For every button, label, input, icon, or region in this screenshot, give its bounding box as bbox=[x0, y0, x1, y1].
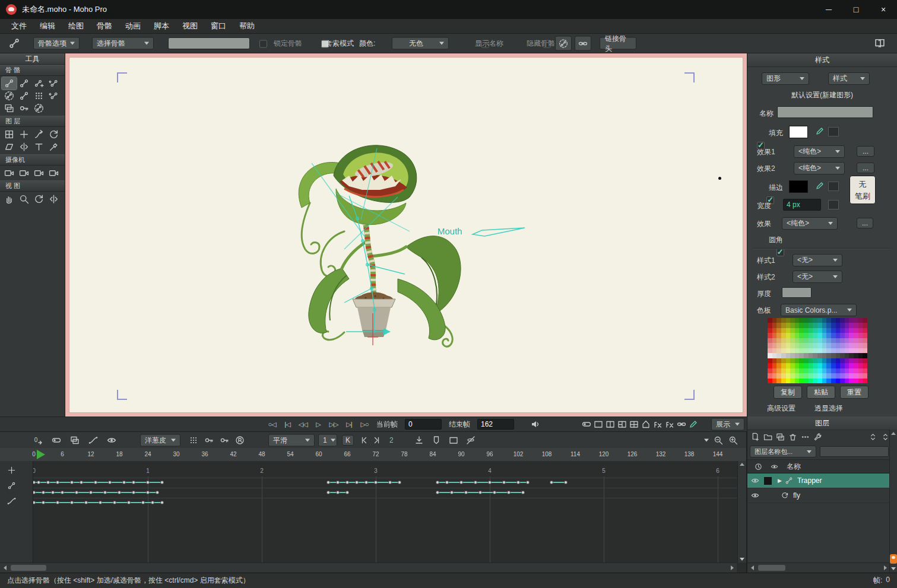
palette-swatch[interactable] bbox=[768, 358, 772, 363]
palette-swatch[interactable] bbox=[822, 373, 827, 378]
palette-swatch[interactable] bbox=[831, 373, 836, 378]
palette-swatch[interactable] bbox=[817, 343, 822, 348]
keyframe-dot[interactable] bbox=[445, 481, 449, 484]
keyframe-dot[interactable] bbox=[118, 491, 121, 494]
layer-tools-icon[interactable] bbox=[813, 433, 822, 441]
palette-swatch[interactable] bbox=[822, 318, 827, 323]
palette-swatch[interactable] bbox=[845, 363, 850, 368]
keyframe-span[interactable] bbox=[438, 482, 528, 483]
palette-swatch[interactable] bbox=[799, 343, 804, 348]
keyframe-dot[interactable] bbox=[75, 491, 78, 494]
thickness-input[interactable] bbox=[782, 287, 812, 298]
stroke-effect-more-button[interactable]: ... bbox=[857, 218, 873, 228]
palette-swatch[interactable] bbox=[826, 358, 831, 363]
palette-swatch[interactable] bbox=[831, 338, 836, 343]
palette-swatch[interactable] bbox=[790, 343, 795, 348]
palette-swatch[interactable] bbox=[795, 328, 800, 333]
layout-three-icon[interactable] bbox=[617, 419, 627, 429]
palette-swatch[interactable] bbox=[836, 338, 841, 343]
tool-set-origin[interactable] bbox=[17, 128, 31, 141]
keyframe-dot[interactable] bbox=[51, 491, 55, 494]
palette-swatch[interactable] bbox=[822, 338, 827, 343]
palette-swatch[interactable] bbox=[786, 323, 791, 328]
keyframe-dot[interactable] bbox=[450, 491, 454, 494]
palette-swatch[interactable] bbox=[799, 379, 804, 383]
prev-keyframe-icon[interactable] bbox=[360, 436, 369, 445]
palette-swatch[interactable] bbox=[863, 318, 867, 323]
palette-swatch[interactable] bbox=[813, 323, 817, 328]
palette-swatch[interactable] bbox=[804, 343, 809, 348]
palette-swatch[interactable] bbox=[854, 328, 858, 333]
effect1-more-button[interactable]: ... bbox=[857, 146, 874, 157]
scroll-right-icon[interactable] bbox=[880, 563, 890, 573]
select-bone-dropdown[interactable]: 选择骨骼 bbox=[92, 37, 154, 50]
palette-swatch[interactable] bbox=[817, 373, 822, 378]
palette-swatch[interactable] bbox=[822, 348, 827, 353]
palette-swatch[interactable] bbox=[813, 333, 817, 338]
tool-bone-strength[interactable] bbox=[2, 90, 17, 102]
new-group-icon[interactable] bbox=[763, 433, 772, 441]
palette-swatch[interactable] bbox=[804, 373, 809, 378]
tool-bone-constraints[interactable] bbox=[17, 102, 31, 115]
channel-bone-icon[interactable] bbox=[7, 481, 16, 490]
keyframe-dot[interactable] bbox=[70, 481, 74, 484]
palette-swatch[interactable] bbox=[849, 373, 854, 378]
palette-swatch[interactable] bbox=[858, 323, 863, 328]
palette-swatch[interactable] bbox=[813, 318, 817, 323]
palette-swatch[interactable] bbox=[836, 379, 841, 383]
palette-swatch[interactable] bbox=[776, 328, 781, 333]
palette-swatch[interactable] bbox=[804, 323, 809, 328]
palette-swatch[interactable] bbox=[845, 333, 850, 338]
channel-transform-icon[interactable] bbox=[7, 466, 16, 475]
frame-zero-icon[interactable]: 0 bbox=[33, 436, 43, 445]
palette-swatch[interactable] bbox=[772, 338, 777, 343]
keyframe-dot[interactable] bbox=[346, 481, 349, 484]
palette-swatch[interactable] bbox=[795, 343, 800, 348]
fx-toggle-icon[interactable] bbox=[665, 419, 674, 429]
palette-swatch[interactable] bbox=[840, 338, 845, 343]
palette-swatch[interactable] bbox=[804, 318, 809, 323]
keyframe-dot[interactable] bbox=[89, 491, 93, 494]
palette-swatch[interactable] bbox=[799, 373, 804, 378]
style2-dropdown[interactable]: <无> bbox=[793, 271, 842, 283]
palette-swatch[interactable] bbox=[781, 318, 786, 323]
palette-swatch[interactable] bbox=[809, 363, 813, 368]
edit-quality-icon[interactable] bbox=[689, 419, 698, 429]
palette-swatch[interactable] bbox=[822, 323, 827, 328]
palette-swatch[interactable] bbox=[781, 379, 786, 383]
palette-swatch[interactable] bbox=[786, 318, 791, 323]
playhead[interactable] bbox=[37, 450, 45, 459]
stroke-width-input[interactable] bbox=[783, 199, 821, 211]
palette-swatch[interactable] bbox=[799, 333, 804, 338]
keyframe-dot[interactable] bbox=[436, 481, 439, 484]
circle-r-icon[interactable] bbox=[235, 436, 245, 445]
palette-swatch[interactable] bbox=[804, 333, 809, 338]
show-bone-frame-button[interactable] bbox=[555, 36, 572, 51]
menu-item-脚本[interactable]: 脚本 bbox=[147, 21, 176, 31]
palette-swatch[interactable] bbox=[854, 368, 858, 373]
palette-swatch[interactable] bbox=[799, 318, 804, 323]
palette-swatch[interactable] bbox=[795, 323, 800, 328]
keyframe-dot[interactable] bbox=[478, 491, 482, 494]
keyframe-dot[interactable] bbox=[84, 501, 88, 504]
keyframe-dot[interactable] bbox=[146, 481, 150, 484]
scroll-left-icon[interactable] bbox=[747, 563, 757, 573]
tool-manipulate-bones[interactable] bbox=[17, 90, 31, 102]
palette-swatch[interactable] bbox=[809, 318, 813, 323]
tool-bind-layer[interactable] bbox=[2, 102, 17, 115]
palette-swatch[interactable] bbox=[804, 358, 809, 363]
palette-swatch[interactable] bbox=[772, 373, 777, 378]
palette-swatch[interactable] bbox=[849, 358, 854, 363]
palette-swatch[interactable] bbox=[831, 353, 836, 358]
palette-swatch[interactable] bbox=[799, 358, 804, 363]
palette-swatch[interactable] bbox=[790, 323, 795, 328]
keyframe-dot[interactable] bbox=[61, 491, 64, 494]
relative-keyframe-icon[interactable] bbox=[204, 436, 214, 445]
keyframe-dot[interactable] bbox=[388, 481, 392, 484]
palette-swatch[interactable] bbox=[772, 368, 777, 373]
tool-zoom-camera[interactable] bbox=[17, 167, 31, 179]
scroll-thumb[interactable] bbox=[758, 565, 785, 571]
effect2-more-button[interactable]: ... bbox=[857, 163, 874, 173]
new-layer-icon[interactable] bbox=[751, 433, 760, 441]
keyframe-dot[interactable] bbox=[113, 501, 116, 504]
